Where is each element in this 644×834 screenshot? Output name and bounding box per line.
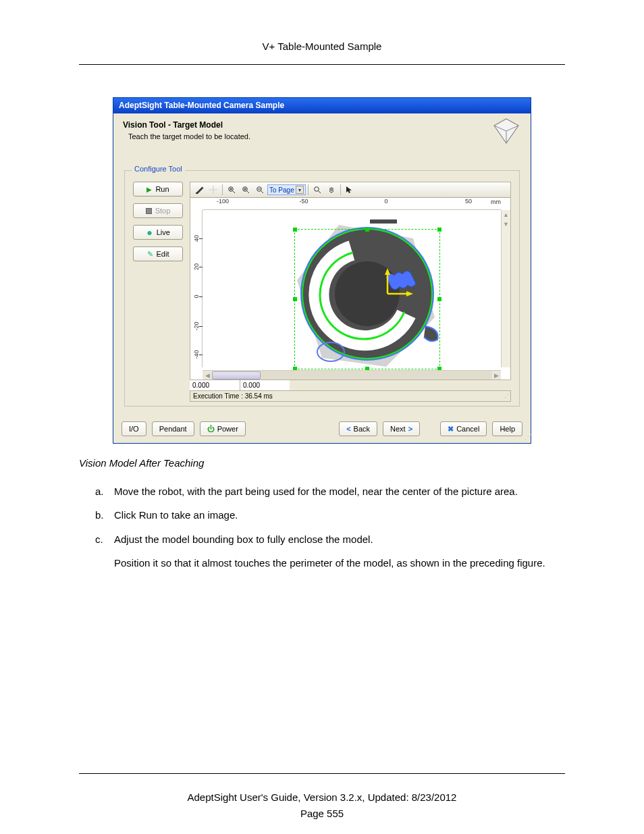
edit-button[interactable]: ✎ Edit bbox=[133, 246, 183, 261]
step-text: Adjust the model bounding box to fully e… bbox=[114, 531, 565, 547]
resize-grip-icon: ⋰ bbox=[504, 391, 509, 400]
svg-line-6 bbox=[233, 191, 236, 194]
chevron-left-icon: < bbox=[346, 425, 350, 433]
page-number: Page 555 bbox=[0, 808, 644, 819]
ruler-x-tick: 50 bbox=[465, 198, 472, 205]
stop-button-label: Stop bbox=[155, 207, 171, 215]
crosshair-icon[interactable] bbox=[207, 184, 220, 196]
chevron-down-icon: ▾ bbox=[296, 186, 304, 194]
ruler-horizontal: -100 -50 0 50 mm bbox=[203, 198, 501, 210]
svg-line-14 bbox=[261, 191, 264, 194]
screenshot-figure: AdeptSight Table-Mounted Camera Sample V… bbox=[79, 97, 565, 444]
step-text: Click Run to take an image. bbox=[114, 507, 565, 523]
io-button[interactable]: I/O bbox=[122, 421, 146, 436]
svg-rect-2 bbox=[196, 192, 197, 194]
document-header: V+ Table-Mounted Sample bbox=[79, 41, 565, 65]
scroll-right-icon[interactable]: ▶ bbox=[491, 371, 501, 380]
to-page-label: To Page bbox=[269, 186, 294, 194]
window-titlebar: AdeptSight Table-Mounted Camera Sample bbox=[113, 98, 531, 113]
configure-tool-fieldset: Configure Tool ▶ Run Stop ☻ L bbox=[124, 170, 520, 407]
instruction-steps: a. Move the robot, with the part being u… bbox=[95, 484, 565, 571]
power-icon: ⏻ bbox=[207, 425, 215, 433]
horizontal-scrollbar[interactable]: ◀ ▶ bbox=[203, 370, 501, 380]
zoom-in-icon[interactable] bbox=[239, 184, 252, 196]
svg-point-16 bbox=[314, 187, 319, 192]
status-y-value: 0.000 bbox=[240, 380, 290, 391]
pendant-button[interactable]: Pendant bbox=[152, 421, 194, 436]
vertical-scrollbar[interactable]: ▲ ▼ bbox=[501, 210, 510, 367]
document-footer: AdeptSight User's Guide, Version 3.2.x, … bbox=[79, 773, 565, 803]
live-icon: ☻ bbox=[146, 229, 153, 236]
wizard-button-bar: I/O Pendant ⏻ Power < Back Next > ✖ bbox=[113, 415, 531, 443]
model-bounding-box[interactable] bbox=[294, 229, 440, 369]
wizard-step-title: Vision Tool - Target Model bbox=[123, 120, 521, 130]
play-icon: ▶ bbox=[146, 186, 152, 193]
step-marker: a. bbox=[95, 484, 114, 499]
camera-image-canvas[interactable] bbox=[203, 210, 501, 367]
svg-rect-20 bbox=[370, 219, 397, 224]
ruler-x-tick: -50 bbox=[299, 198, 308, 205]
scroll-left-icon[interactable]: ◀ bbox=[203, 371, 212, 380]
viewer-canvas-area: -100 -50 0 50 mm 40 20 0 -20 bbox=[190, 198, 511, 380]
next-button[interactable]: Next > bbox=[383, 421, 420, 436]
adept-logo-icon bbox=[491, 118, 521, 145]
ruler-vertical: 40 20 0 -20 -40 bbox=[190, 210, 203, 367]
pan-icon[interactable] bbox=[325, 184, 338, 196]
run-button-label: Run bbox=[155, 185, 169, 193]
stop-icon bbox=[146, 208, 152, 214]
ruler-x-tick: 0 bbox=[384, 198, 387, 205]
viewer-toolbar: To Page ▾ bbox=[190, 182, 511, 198]
execution-time-status: Execution Time : 36.54 ms ⋰ bbox=[190, 391, 511, 402]
power-button[interactable]: ⏻ Power bbox=[200, 421, 246, 436]
status-x-value: 0.000 bbox=[190, 380, 240, 391]
scroll-up-icon[interactable]: ▲ bbox=[502, 210, 510, 219]
step-marker: b. bbox=[95, 507, 114, 523]
ruler-x-tick: -100 bbox=[217, 198, 229, 205]
step-marker: c. bbox=[95, 531, 114, 571]
window-resize-grip-icon: ⋰ bbox=[525, 433, 529, 442]
image-viewer: To Page ▾ bbox=[190, 182, 511, 402]
help-button[interactable]: Help bbox=[492, 421, 522, 436]
settings-icon[interactable] bbox=[192, 184, 206, 196]
zoom-region-icon[interactable] bbox=[311, 184, 324, 196]
figure-caption: Vision Model After Teaching bbox=[79, 457, 565, 469]
stop-button[interactable]: Stop bbox=[133, 203, 183, 218]
step-item: b. Click Run to take an image. bbox=[95, 507, 565, 523]
live-button-label: Live bbox=[157, 228, 170, 236]
scroll-thumb[interactable] bbox=[212, 371, 261, 380]
zoom-out-icon[interactable] bbox=[253, 184, 267, 196]
edit-icon: ✎ bbox=[147, 250, 153, 259]
step-item: a. Move the robot, with the part being u… bbox=[95, 484, 565, 499]
cancel-button[interactable]: ✖ Cancel bbox=[440, 421, 487, 436]
svg-line-17 bbox=[318, 191, 321, 194]
step-note: Position it so that it almost touches th… bbox=[114, 555, 565, 571]
configure-tool-legend: Configure Tool bbox=[132, 165, 185, 173]
coordinate-status-bar: 0.000 0.000 bbox=[190, 380, 511, 391]
ruler-unit-label: mm bbox=[491, 199, 501, 205]
zoom-fit-icon[interactable] bbox=[225, 184, 238, 196]
step-text: Move the robot, with the part being used… bbox=[114, 484, 565, 499]
edit-button-label: Edit bbox=[157, 250, 169, 258]
app-window: AdeptSight Table-Mounted Camera Sample V… bbox=[113, 97, 531, 444]
close-icon: ✖ bbox=[448, 425, 454, 434]
scroll-down-icon[interactable]: ▼ bbox=[502, 219, 510, 229]
live-button[interactable]: ☻ Live bbox=[133, 225, 183, 240]
back-button[interactable]: < Back bbox=[339, 421, 377, 436]
wizard-step-subtitle: Teach the target model to be located. bbox=[123, 130, 521, 150]
svg-marker-18 bbox=[346, 186, 352, 193]
pointer-icon[interactable] bbox=[343, 184, 356, 196]
run-button[interactable]: ▶ Run bbox=[133, 182, 183, 197]
svg-line-10 bbox=[247, 191, 250, 194]
to-page-dropdown[interactable]: To Page ▾ bbox=[267, 184, 306, 195]
chevron-right-icon: > bbox=[408, 425, 412, 433]
step-item: c. Adjust the model bounding box to full… bbox=[95, 531, 565, 571]
